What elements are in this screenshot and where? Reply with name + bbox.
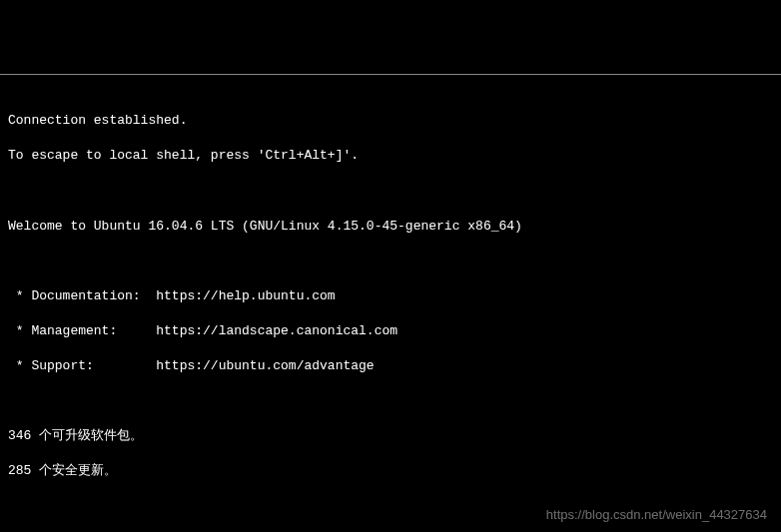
motd-support: * Support: https://ubuntu.com/advantage: [8, 357, 773, 375]
supp-label: * Support:: [8, 358, 156, 373]
doc-label: * Documentation:: [8, 288, 156, 303]
motd-escape-hint: To escape to local shell, press 'Ctrl+Al…: [8, 147, 773, 165]
motd-management: * Management: https://landscape.canonica…: [8, 322, 773, 340]
motd-connection: Connection established.: [8, 112, 773, 130]
motd-documentation: * Documentation: https://help.ubuntu.com: [8, 287, 773, 305]
watermark-text: https://blog.csdn.net/weixin_44327634: [546, 506, 767, 524]
blank-line: [8, 392, 773, 410]
motd-welcome: Welcome to Ubuntu 16.04.6 LTS (GNU/Linux…: [8, 218, 773, 236]
blank-line: [8, 182, 773, 200]
motd-security-updates: 285 个安全更新。: [8, 462, 773, 480]
mgmt-label: * Management:: [8, 323, 156, 338]
terminal-output[interactable]: Connection established. To escape to loc…: [8, 95, 773, 532]
motd-upgradable: 346 个可升级软件包。: [8, 427, 773, 445]
mgmt-url: https://landscape.canonical.com: [156, 323, 397, 338]
window-border: [0, 74, 781, 75]
blank-line: [8, 253, 773, 270]
doc-url: https://help.ubuntu.com: [156, 288, 335, 303]
supp-url: https://ubuntu.com/advantage: [156, 358, 374, 373]
